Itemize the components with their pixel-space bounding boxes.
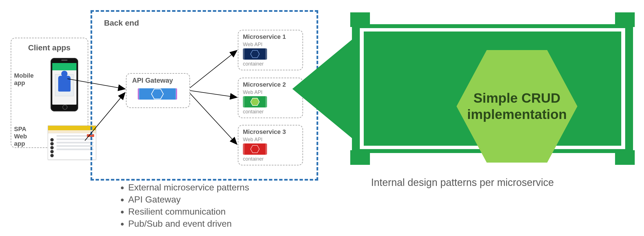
architecture-diagram: Client apps Mobileapp SPAWebapp Back end… <box>0 0 644 236</box>
microservice-3-subtitle: Web API <box>243 137 263 143</box>
hexagon-container-icon <box>138 88 177 100</box>
hexagon-container-icon <box>243 48 267 60</box>
api-gateway-box: API Gateway <box>126 73 190 108</box>
client-apps-group: Client apps Mobileapp SPAWebapp <box>11 38 88 148</box>
spa-web-app-icon <box>48 125 96 160</box>
internal-design-zoom-box: Simple CRUDimplementation <box>352 14 633 163</box>
bullet-item: External microservice patterns <box>128 182 249 193</box>
microservice-3-footer: container <box>243 156 264 162</box>
mobile-app-label: Mobileapp <box>14 72 34 87</box>
microservice-2-footer: container <box>243 109 264 115</box>
simple-crud-headline: Simple CRUDimplementation <box>467 90 567 122</box>
api-gateway-title: API Gateway <box>132 77 173 84</box>
svg-marker-1 <box>250 50 259 58</box>
svg-marker-3 <box>250 145 259 153</box>
zoom-pointer-arrow-icon <box>292 35 357 142</box>
microservice-1-subtitle: Web API <box>243 42 263 48</box>
svg-marker-0 <box>152 89 163 99</box>
simple-crud-hexagon-icon: Simple CRUDimplementation <box>457 50 577 163</box>
hexagon-container-icon <box>243 96 267 107</box>
spa-web-app-label: SPAWebapp <box>14 125 27 147</box>
client-apps-title: Client apps <box>28 43 71 52</box>
hexagon-container-icon <box>243 143 267 155</box>
microservice-1-title: Microservice 1 <box>243 33 286 41</box>
bullet-item: API Gateway <box>128 194 249 205</box>
microservice-2-title: Microservice 2 <box>243 81 286 88</box>
zoom-caption: Internal design patterns per microservic… <box>371 177 554 188</box>
microservice-3-title: Microservice 3 <box>243 128 286 136</box>
bullet-item: Pub/Sub and event driven <box>128 219 249 229</box>
backend-title: Back end <box>104 19 139 28</box>
mobile-app-icon <box>51 58 78 111</box>
svg-marker-2 <box>250 98 259 105</box>
backend-bullets: External microservice patterns API Gatew… <box>118 181 249 231</box>
microservice-2-subtitle: Web API <box>243 89 263 95</box>
bullet-item: Resilient communication <box>128 206 249 217</box>
microservice-1-footer: container <box>243 61 264 67</box>
